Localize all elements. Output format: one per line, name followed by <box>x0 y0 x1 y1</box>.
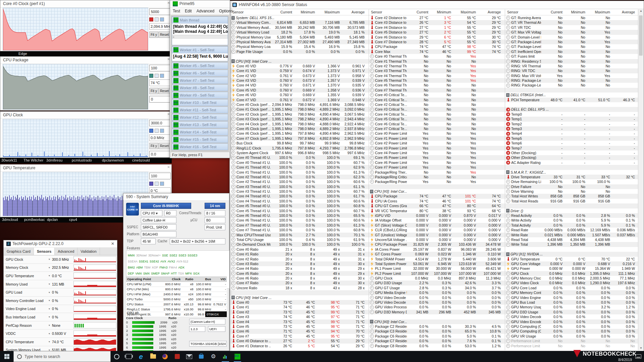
sensor-row[interactable]: Package/Ring Critica...NoNoNo <box>369 175 505 179</box>
sensor-section-row[interactable]: CPU [#0]: Intel Cor... <box>369 189 505 194</box>
main-thread-window[interactable]: Main thread [Main thread Aug 4 22:49] Op… <box>172 16 228 45</box>
y-min-input[interactable]: 0 <box>149 96 171 103</box>
sensor-row[interactable]: Core #6 Critical Te...NoNoNo <box>369 122 505 126</box>
background-window-label[interactable]: 3dmfiresu <box>46 158 62 162</box>
sensor-row[interactable]: Core #5 Thermal Th...NoNoYes <box>369 78 505 83</box>
sensor-row[interactable]: GPU D3D Usage0.0 %0.0 %0.0 %0.0 % <box>505 310 639 314</box>
sensor-row[interactable]: Core #1 VID0.759 V0.674 V1.373 V0.971 V <box>230 68 369 73</box>
sensor-row[interactable]: Core #1 Clock (perf ...1,995.1 MHz798.0 … <box>230 107 369 112</box>
gpuz-sensor-row[interactable]: Bus Interface Load▾0 % <box>4 313 117 321</box>
worker-window-bar[interactable]: Worker #9 - Self-Test <box>172 92 228 99</box>
sensor-row[interactable]: Core #3 Thermal Th...NoNoYes <box>369 68 505 73</box>
sensor-row[interactable]: Uncore Ratio18 x8 x43 x28 x <box>230 286 369 290</box>
sensor-row[interactable]: GT: Inefficient Oper...NoNoNo <box>505 49 639 54</box>
fit-y-button[interactable]: Fit y <box>149 88 158 94</box>
sensor-row[interactable]: CPU IA Cores74 °C46 °C101 °C74 °C <box>369 199 505 203</box>
sensor-row[interactable]: Core #374 °C46 °C97 °C71 °C <box>230 314 369 319</box>
sensor-row[interactable]: Core #6 Clock (perf ...1,995.1 MHz797.8 … <box>230 131 369 136</box>
color-swatch[interactable] <box>160 129 164 133</box>
sensor-row[interactable]: Write Activity0.0 %0.0 %5.9 %0.1 % <box>505 218 639 223</box>
sensor-row[interactable]: Core #7 Ratio20 x8 x49 x30 x <box>230 281 369 285</box>
sensor-row[interactable]: GPU Video Clock0.0 MHz0.0 MHz1,290.0 MHz… <box>505 281 639 285</box>
gpuz-sensor-row[interactable]: CPU Temperature▾74.0 °C <box>4 338 117 346</box>
y-min-input[interactable]: 0.0 <box>149 151 171 158</box>
taskbar-icon-file-explorer[interactable] <box>147 351 159 362</box>
sensor-row[interactable]: Core #4 Clock (perf ...1,995.1 MHz798.0 … <box>230 122 369 126</box>
sensor-row[interactable]: GT: Max VR Voltage...NoNoYes <box>505 30 639 35</box>
sensor-row[interactable]: Virtual Memory Com...6,814 MB6,653 MB7,1… <box>230 20 369 25</box>
color-swatch[interactable] <box>160 17 164 21</box>
gpuz-sensor-row[interactable]: Memory Used▾131 MB <box>4 280 117 289</box>
sensor-row[interactable]: RING: Package-Lev...NoNoNo <box>505 83 639 87</box>
search-box[interactable]: Type here to search <box>13 351 111 362</box>
sensor-row[interactable]: Core #0 Ratio21 x8 x49 x31 x <box>230 247 369 252</box>
sensor-row[interactable]: Core #2 Thermal Th...NoNoYes <box>369 64 505 68</box>
close-icon[interactable]: ✕ <box>167 165 170 169</box>
sensor-row[interactable]: Core #1 Distance to ...26 °C5 °C54 °C29 … <box>230 344 369 348</box>
sensor-row[interactable]: Bus Clock99.8 MHz99.7 MHz99.9 MHz99.8 MH… <box>230 141 369 145</box>
sensor-row[interactable]: Core #0 Thread #1 U...100.0 %0.0 %100.0 … <box>230 160 369 165</box>
sensor-row[interactable]: Core #1 Ratio20 x8 x49 x31 x <box>230 252 369 256</box>
taskbar-icon-edge[interactable]: e <box>135 351 147 362</box>
sensor-row[interactable]: Core #7 Thermal Th...NoNoNo <box>369 88 505 93</box>
sensor-row[interactable]: IA Voltage Offset0.000 V0.000 V0.000 V0.… <box>369 218 505 223</box>
sensor-row[interactable]: RING: Max VR Volta...YesNoYes <box>505 73 639 78</box>
sensor-row[interactable]: Core #2 Ratio20 x8 x49 x31 x <box>230 257 369 261</box>
sensor-row[interactable]: Core #4 VID0.760 V0.671 V1.370 V0.935 V <box>230 83 369 87</box>
sensor-row[interactable]: Core #2 Critical Te...NoNoNo <box>369 102 505 107</box>
sensor-row[interactable]: Temp6---- <box>505 141 639 145</box>
sensor-row[interactable]: Core #7 Critical Te...NoNoNo <box>369 126 505 131</box>
background-window-label[interactable]: pcm8workac <box>24 218 45 222</box>
sensor-row[interactable]: Core #4 Power Limit...YesNoYes <box>369 150 505 155</box>
sensor-section-row[interactable]: System: DELL XPS 15... <box>230 15 369 20</box>
sensor-row[interactable]: Temp0---- <box>505 112 639 117</box>
sensor-row[interactable]: Uncore/SA Voltage ...0.000 V0.000 V0.000… <box>369 237 505 242</box>
sensor-row[interactable]: Core #3 Distance to ...26 °C3 °C54 °C29 … <box>369 20 505 25</box>
sensor-row[interactable]: GPU Video Engine L...0.0 %0.0 %0.0 %0.0 … <box>505 295 639 300</box>
sensor-row[interactable]: Core #4 Ratio20 x8 x49 x29 x <box>230 266 369 271</box>
sensor-row[interactable]: GPU Video Processin...0.0 %0.0 %0.0 %0.0… <box>369 305 505 309</box>
series-color-swatch[interactable] <box>149 182 153 186</box>
sensor-row[interactable]: Core #5 Thread #1 U...100.0 %0.0 %100.0 … <box>230 208 369 213</box>
sensor-row[interactable]: Package C7 Residency0.0 %0.0 %7.6 %0.1 % <box>369 339 505 343</box>
sensor-row[interactable]: Core #5 Ratio20 x8 x49 x29 x <box>230 271 369 276</box>
sensor-row[interactable]: Core #273 °C45 °C99 °C71 °C <box>230 310 369 314</box>
sensor-row[interactable]: Package C6 Residency0.0 %0.0 %5.0 %0.1 % <box>369 334 505 339</box>
sensor-row[interactable]: GT: Running Avera...NoNoNo <box>505 15 639 20</box>
background-window-label[interactable]: 3dmcloud <box>2 218 18 222</box>
sensor-row[interactable]: VR VCC Temperatur...80 °C38 °C93 °C68 °C <box>369 208 505 213</box>
sensor-row[interactable]: Total Host Writes858 GB858 GB858 GB <box>505 194 639 198</box>
gpuz-sensor-row[interactable]: GPU Load▾0 % <box>4 288 117 297</box>
sensor-row[interactable]: Core #1 Thermal Th...NoNoNo <box>369 59 505 64</box>
sensor-row[interactable]: Package C3 Residency0.0 %0.0 %65.0 %10.8… <box>369 329 505 334</box>
sensor-row[interactable]: Package C8 Residency0.0 %0.0 %53.0 %1.2 … <box>369 344 505 348</box>
sensor-row[interactable]: Performance Limit -...NoNoNoNo <box>505 339 639 343</box>
sensor-row[interactable]: GPU Temperature0 °C0 °C70 °C22 °C <box>505 257 639 261</box>
sensor-row[interactable]: Drive Temperature33 °C31 °C33 °C32 °C <box>505 175 639 179</box>
sensor-row[interactable]: Temp1---- <box>505 117 639 121</box>
sensor-row[interactable]: GT (Slice) Voltage O...0.000 V0.000 V0.0… <box>369 223 505 228</box>
sensor-row[interactable]: Core #0 Power Limit...YesNoYes <box>369 131 505 136</box>
series-color-swatch[interactable] <box>149 129 153 133</box>
sensor-row[interactable]: Core #2 Clock (perf ...1,995.1 MHz798.0 … <box>230 112 369 117</box>
sensor-row[interactable]: Total CPU Usage100.0 %0.4 %100.0 %61.9 % <box>230 237 369 242</box>
menu-item-options[interactable]: Options <box>219 9 233 13</box>
scrollbar-thumb[interactable] <box>639 15 643 56</box>
chevron-down-icon[interactable]: ▾ <box>49 274 52 277</box>
sensor-row[interactable]: CPU GT Cores (Grap...66 °C47 °C80 °C64 °… <box>369 203 505 208</box>
sensor-row[interactable]: GPU Computing (Cu...0.0 %0.0 %0.0 %0.0 % <box>505 329 639 334</box>
cpu-select[interactable]: CPU #0 ▾ <box>141 210 162 216</box>
sensor-row[interactable]: GPU Video Decode ...0.0 %0.0 %0.0 %0.0 % <box>505 314 639 319</box>
background-window-label[interactable]: dpclarewmon <box>102 158 124 162</box>
sensor-row[interactable]: GPU Bus Load0.0 %0.0 %0.0 %0.0 % <box>505 300 639 305</box>
sensor-row[interactable]: Core #6 Distance to ...29 °C6 °C55 °C30 … <box>369 35 505 40</box>
worker-window-bar[interactable]: Worker #10 - Self-Test <box>172 99 228 106</box>
sensor-section-row[interactable]: CPU [#0]: Intel Core ... <box>230 295 369 300</box>
sensor-row[interactable]: Other (Docking)---- <box>505 155 639 160</box>
sensor-row[interactable]: RING: Residency St...NoNoNo <box>505 59 639 64</box>
taskbar-icon-mail[interactable] <box>183 351 195 362</box>
worker-window-bar[interactable]: Worker #12 - Self-Test <box>172 114 228 121</box>
reset-button[interactable]: Reset <box>159 32 170 38</box>
sensor-row[interactable]: Drive Remaining Life100.0 %100.0 %100.0 … <box>505 179 639 184</box>
close-icon[interactable]: ✕ <box>111 240 117 247</box>
